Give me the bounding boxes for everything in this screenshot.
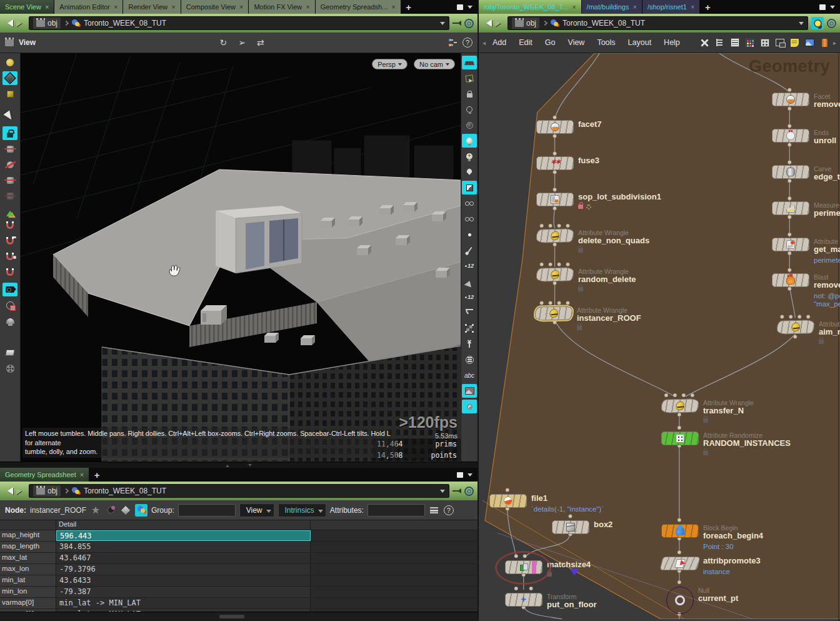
scale-tool-icon[interactable]	[2, 173, 18, 187]
new-tab-button[interactable]: +	[89, 468, 104, 482]
node-remove-blast[interactable]: Blastremove_not: @per "max_per	[772, 273, 840, 308]
close-icon[interactable]: ×	[632, 4, 636, 11]
node-box2[interactable]: box2	[552, 520, 612, 534]
close-icon[interactable]: ×	[572, 4, 576, 11]
tab-scene-view[interactable]: Scene View×	[0, 0, 54, 14]
table-row[interactable]: map_height596.443	[0, 530, 478, 542]
close-icon[interactable]: ×	[45, 4, 49, 11]
node-attribpromote3[interactable]: attribpromote3instance	[661, 557, 761, 576]
node-sop-lot-subdivision1[interactable]: sop_lot_subdivision1	[536, 193, 661, 210]
view-dropdown[interactable]: View	[239, 503, 274, 517]
node-remove-facet[interactable]: Facetremove_	[772, 93, 840, 109]
camera-menu-button[interactable]: No cam	[414, 59, 455, 69]
box-model-icon[interactable]	[2, 87, 18, 101]
tab-obj-toronto[interactable]: /obj/Toronto_WEEK_08_T...×	[479, 0, 582, 14]
close-icon[interactable]: ×	[114, 4, 118, 11]
help-icon[interactable]: ?	[444, 505, 454, 515]
back-button[interactable]	[4, 19, 13, 27]
breadcrumb[interactable]: obj Toronto_WEEK_08_TUT	[29, 484, 449, 498]
camera-view-icon[interactable]	[2, 283, 18, 296]
list-view-icon[interactable]	[728, 36, 742, 49]
secure-selection-icon[interactable]	[2, 126, 18, 140]
smooth-shaded-icon[interactable]	[462, 181, 477, 194]
expand-menu-icon[interactable]: ▸	[833, 39, 836, 46]
node-state-icon[interactable]	[105, 505, 116, 516]
node-fuse3[interactable]: fuse3	[536, 156, 599, 170]
breadcrumb-root-chip[interactable]: obj	[512, 18, 539, 29]
attribute-text-icon[interactable]: abc	[462, 368, 477, 382]
node-path-value[interactable]: instancer_ROOF	[30, 506, 86, 515]
stereo-scene-icon[interactable]	[462, 212, 477, 226]
pane-type-icon[interactable]	[5, 39, 14, 46]
headlight-icon[interactable]	[462, 118, 477, 132]
breadcrumb-dropdown-icon[interactable]	[440, 490, 445, 495]
breadcrumb-dropdown-icon[interactable]	[799, 22, 804, 28]
pin-pane-icon[interactable]	[452, 488, 461, 494]
prim-normals-icon[interactable]	[462, 275, 477, 288]
grid-plane-icon[interactable]	[462, 56, 477, 69]
menu-view[interactable]: View	[562, 38, 591, 47]
new-tab-button[interactable]: +	[700, 0, 715, 14]
group-input[interactable]	[178, 504, 236, 517]
new-tab-button[interactable]: +	[401, 0, 416, 14]
menu-layout[interactable]: Layout	[622, 38, 658, 47]
node-transfer-n[interactable]: Attribute Wrangletransfer_N	[661, 399, 754, 423]
view-dolly-tool-icon[interactable]: ⇄	[257, 38, 264, 47]
node-burst-icon[interactable]	[90, 505, 101, 516]
menu-go[interactable]: Go	[539, 38, 561, 47]
menu-edit[interactable]: Edit	[513, 38, 538, 47]
maximize-icon[interactable]	[819, 4, 826, 10]
node-facet7[interactable]: facet7	[536, 120, 602, 134]
maximize-icon[interactable]	[457, 4, 463, 10]
node-put-on-floor[interactable]: Transformput_on_floor	[505, 593, 596, 610]
node-instancer-roof[interactable]: Attribute Wrangleinstancer_ROOF	[535, 306, 641, 330]
disable-lighting-icon[interactable]	[462, 103, 477, 116]
forward-button[interactable]	[16, 487, 26, 495]
node-aim-n[interactable]: Attributaim_n	[777, 320, 840, 344]
visualizers-icon[interactable]	[462, 384, 477, 398]
node-unroll[interactable]: Endsunroll	[772, 129, 836, 146]
close-icon[interactable]: ×	[80, 472, 84, 478]
find-node-icon[interactable]	[811, 17, 824, 29]
snap-multi-icon[interactable]	[2, 267, 18, 281]
tab-mat-buildings[interactable]: /mat/buildings×	[582, 0, 642, 14]
menu-add[interactable]: Add	[487, 38, 512, 47]
geometry-mode-icon[interactable]	[2, 71, 18, 85]
back-button[interactable]	[482, 19, 492, 27]
breadcrumb-root-chip[interactable]: obj	[33, 18, 61, 29]
close-icon[interactable]: ×	[239, 4, 243, 11]
stereo-glasses-icon[interactable]	[462, 196, 477, 210]
node-get-max[interactable]: Attributeget_maperimete	[772, 238, 840, 265]
prim-numbers-icon[interactable]: 12	[462, 290, 477, 304]
table-row[interactable]: min_lon-79.387	[0, 587, 478, 598]
tab-animation-editor[interactable]: Animation Editor×	[54, 0, 123, 14]
maximize-icon[interactable]	[457, 472, 463, 478]
view-mask-icon[interactable]	[2, 298, 18, 312]
breadcrumb-root-chip[interactable]: obj	[33, 485, 61, 497]
link-group-icon[interactable]	[464, 487, 474, 496]
marker-pin-icon[interactable]	[462, 400, 477, 413]
vertex-markers-icon[interactable]	[462, 337, 477, 351]
spreadsheet-scrollbar[interactable]	[0, 612, 478, 621]
pose-tool-icon[interactable]	[2, 189, 18, 203]
detail-column-header[interactable]: Detail	[56, 520, 311, 530]
table-row[interactable]: max_lon-79.3796	[0, 564, 478, 575]
scrollbar-thumb[interactable]	[219, 615, 244, 618]
point-numbers-icon[interactable]: 12	[462, 259, 477, 273]
table-row[interactable]: varmap[0]min_lat -> MIN_LAT	[0, 598, 478, 609]
node-foreach-begin4[interactable]: Block Beginforeach_begin4Point : 30	[661, 524, 763, 551]
pane-menu-icon[interactable]	[830, 6, 835, 11]
tab-geometry-spreadsheet[interactable]: Geometry Spreadsheet×	[0, 468, 89, 482]
pane-window-controls[interactable]	[452, 0, 478, 14]
node-delete-non-quads[interactable]: Attribute Wrangledelete_non_quads	[536, 229, 649, 253]
rotate-tool-icon[interactable]	[2, 158, 18, 171]
tab-shop-risnet1[interactable]: /shop/risnet1×	[642, 0, 700, 14]
object-mode-icon[interactable]	[2, 56, 18, 69]
close-icon[interactable]: ×	[691, 4, 694, 11]
table-row[interactable]: max_lat43.6467	[0, 553, 478, 564]
tab-motion-fx-view[interactable]: Motion FX View×	[249, 0, 315, 14]
tab-render-view[interactable]: Render View×	[123, 0, 181, 14]
menu-tools[interactable]: Tools	[591, 38, 621, 47]
options-hamburger-icon[interactable]	[429, 505, 440, 516]
snap-point-icon[interactable]	[2, 251, 18, 265]
